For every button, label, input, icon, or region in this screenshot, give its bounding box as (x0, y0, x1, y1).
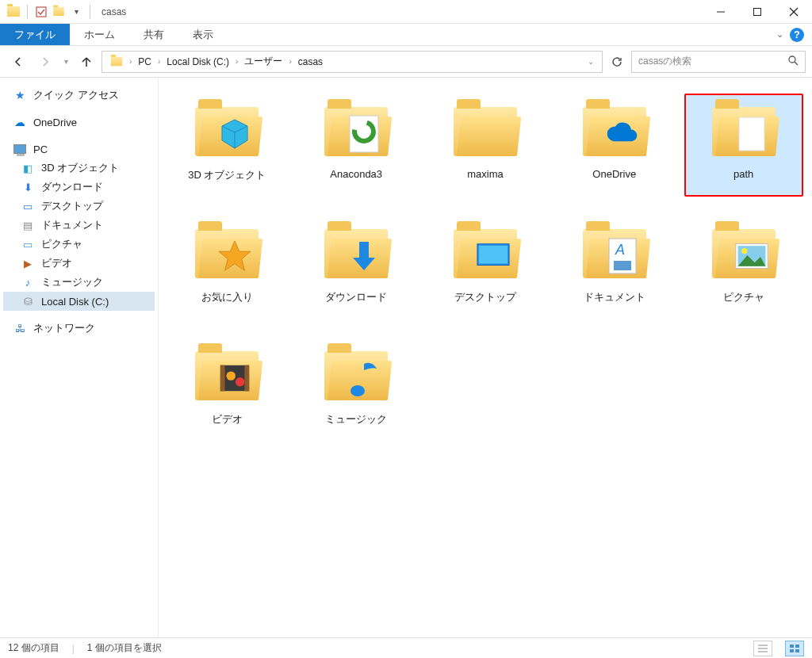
folder-label: Anaconda3 (330, 168, 382, 180)
svg-point-5 (789, 56, 795, 63)
sidebar-item-pictures[interactable]: ▭ピクチャ (3, 235, 155, 254)
folder-icon (191, 222, 262, 285)
maximize-button[interactable] (739, 0, 776, 24)
chevron-right-icon[interactable]: › (287, 57, 293, 66)
svg-point-28 (236, 377, 244, 386)
sidebar-quick-access[interactable]: ★クイック アクセス (3, 86, 155, 105)
folder-icon (191, 100, 262, 163)
video-icon (217, 361, 252, 396)
svg-rect-36 (795, 649, 799, 652)
address-dropdown-icon[interactable]: ⌄ (583, 57, 599, 66)
ribbon-expand-icon[interactable]: ⌄ (776, 29, 783, 40)
folder-item[interactable]: お気に入り (167, 216, 286, 319)
sidebar-item-label: PC (33, 143, 48, 155)
folder-item[interactable]: デスクトップ (426, 216, 545, 319)
folder-item[interactable]: Anaconda3 (297, 94, 416, 197)
breadcrumb-pc[interactable]: PC (133, 56, 156, 67)
sidebar-item-downloads[interactable]: ⬇ダウンロード (3, 178, 155, 197)
folder-item[interactable]: ビデオ (167, 338, 286, 441)
sidebar-item-documents[interactable]: ▤ドキュメント (3, 216, 155, 235)
breadcrumb-users[interactable]: ユーザー (239, 55, 287, 68)
chevron-right-icon[interactable]: › (156, 57, 162, 66)
view-icons-button[interactable] (785, 641, 804, 656)
breadcrumb-root-icon[interactable] (105, 56, 128, 67)
qat-dropdown-icon[interactable]: ▾ (69, 5, 83, 19)
sidebar-item-localdisk[interactable]: ⛁Local Disk (C:) (3, 292, 155, 311)
folder-icon: A (579, 222, 650, 285)
folder-label: 3D オブジェクト (188, 168, 266, 182)
sidebar-network[interactable]: 🖧ネットワーク (3, 319, 155, 338)
cube-icon: ◧ (21, 161, 35, 175)
up-button[interactable] (75, 50, 98, 74)
chevron-right-icon[interactable]: › (128, 57, 133, 66)
folder-item[interactable]: path (684, 94, 803, 197)
folder-label: デスクトップ (454, 290, 516, 304)
folder-icon (450, 222, 521, 285)
tab-file[interactable]: ファイル (0, 24, 70, 45)
properties-icon[interactable] (34, 5, 48, 19)
help-icon[interactable]: ? (790, 28, 804, 42)
svg-rect-16 (479, 246, 508, 264)
svg-rect-35 (790, 649, 794, 652)
sidebar-item-label: ピクチャ (41, 237, 82, 251)
folder-item[interactable]: ミュージック (297, 338, 416, 441)
forward-button[interactable] (33, 50, 57, 74)
tab-view[interactable]: 表示 (178, 24, 228, 45)
sidebar-item-label: OneDrive (33, 117, 77, 128)
navbar: ▾ › PC › Local Disk (C:) › ユーザー › casas … (0, 46, 812, 78)
folder-item[interactable]: OneDrive (555, 94, 674, 197)
sidebar-onedrive[interactable]: ☁OneDrive (3, 113, 155, 132)
tab-share[interactable]: 共有 (129, 24, 178, 45)
close-button[interactable] (776, 0, 812, 24)
chevron-right-icon[interactable]: › (234, 57, 239, 66)
sidebar-item-label: ダウンロード (41, 180, 103, 194)
sidebar-item-3d[interactable]: ◧3D オブジェクト (3, 159, 155, 178)
status-item-count: 12 個の項目 (8, 641, 59, 655)
music-icon (347, 361, 381, 396)
sidebar-pc[interactable]: PC (3, 140, 155, 159)
refresh-button[interactable] (606, 51, 628, 73)
svg-point-27 (227, 371, 236, 380)
address-bar[interactable]: › PC › Local Disk (C:) › ユーザー › casas ⌄ (102, 51, 603, 73)
sidebar-item-music[interactable]: ♪ミュージック (3, 273, 155, 292)
back-button[interactable] (6, 50, 30, 74)
svg-marker-14 (353, 258, 375, 270)
breadcrumb-current[interactable]: casas (293, 56, 327, 67)
svg-rect-11 (739, 117, 764, 151)
tab-home[interactable]: ホーム (70, 24, 129, 45)
cloud-icon: ☁ (13, 115, 27, 129)
sidebar-item-desktop[interactable]: ▭デスクトップ (3, 197, 155, 216)
svg-point-29 (350, 385, 365, 396)
search-icon[interactable] (787, 55, 799, 68)
sidebar: ★クイック アクセス ☁OneDrive PC ◧3D オブジェクト ⬇ダウンロ… (0, 78, 159, 637)
folder-icon (320, 100, 392, 163)
folder-item[interactable]: 3D オブジェクト (167, 94, 286, 197)
minimize-button[interactable] (703, 0, 739, 24)
folder-icon (708, 222, 779, 285)
svg-rect-26 (245, 365, 250, 392)
download-icon: ⬇ (21, 180, 35, 194)
search-input[interactable]: casasの検索 (631, 51, 806, 73)
folder-icon (579, 100, 650, 163)
folder-icon (450, 100, 521, 163)
recent-dropdown-icon[interactable]: ▾ (60, 50, 71, 74)
sidebar-item-label: ビデオ (41, 256, 72, 270)
folder-label: お気に入り (201, 290, 253, 304)
view-details-button[interactable] (753, 641, 772, 656)
sidebar-item-label: ドキュメント (41, 218, 103, 232)
sidebar-item-videos[interactable]: ▶ビデオ (3, 254, 155, 273)
folder-item[interactable]: ダウンロード (297, 216, 416, 319)
folder-icon (191, 344, 262, 407)
folder-item[interactable]: Aドキュメント (555, 216, 674, 319)
file-list[interactable]: 3D オブジェクトAnaconda3maximaOneDrivepathお気に入… (159, 78, 812, 637)
breadcrumb-disk[interactable]: Local Disk (C:) (162, 56, 234, 67)
folder-item[interactable]: ピクチャ (684, 216, 803, 319)
picture-icon: ▭ (21, 237, 35, 251)
folder-small-icon[interactable] (52, 5, 66, 19)
folder-item[interactable]: maxima (426, 94, 545, 197)
desktop-icon: ▭ (21, 199, 35, 213)
svg-rect-25 (220, 365, 225, 392)
quick-access-toolbar: ▾ casas (0, 5, 132, 19)
pc-icon (13, 142, 27, 156)
svg-line-6 (795, 62, 798, 65)
